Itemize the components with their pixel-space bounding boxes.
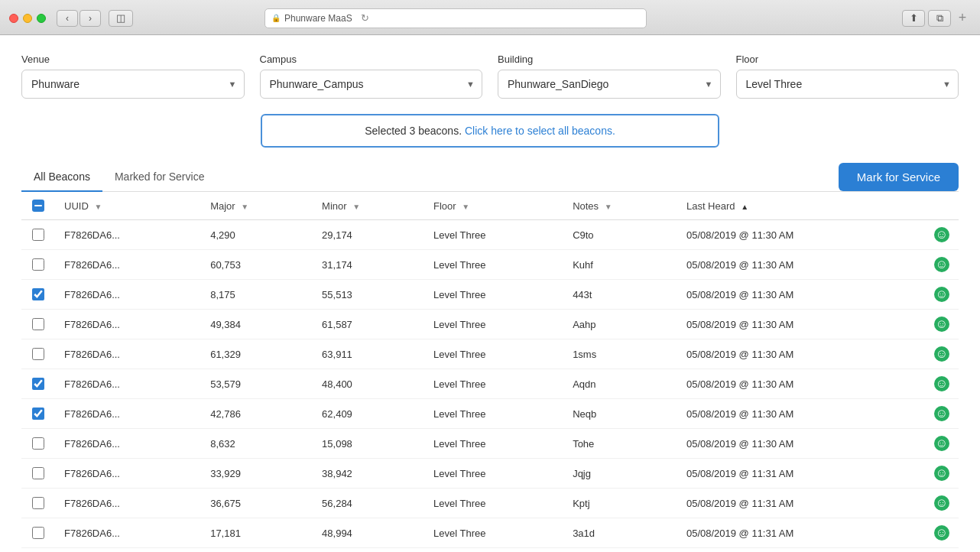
major-cell: 53,579 <box>201 369 313 399</box>
last-heard-cell: 05/08/2019 @ 11:30 AM <box>677 369 925 399</box>
table-row: F7826DA6...36,67556,284Level ThreeKptj05… <box>21 489 959 518</box>
tab-marked-for-service[interactable]: Marked for Service <box>102 164 216 192</box>
col-header-major[interactable]: Major ▼ <box>201 192 313 220</box>
browser-actions: ⬆ ⧉ + <box>902 10 971 27</box>
table-row: F7826DA6...42,78662,409Level ThreeNeqb05… <box>21 399 959 429</box>
notes-cell: Kuhf <box>563 250 677 280</box>
major-cell: 61,329 <box>201 339 313 369</box>
row-checkbox[interactable] <box>32 288 44 300</box>
status-icon: ☺ <box>934 257 949 272</box>
row-checkbox-cell[interactable] <box>21 339 55 369</box>
table-row: F7826DA6...17,18148,994Level Three3a1d05… <box>21 518 959 548</box>
share-button[interactable]: ⬆ <box>902 10 925 27</box>
notes-cell: 1sms <box>563 339 677 369</box>
floor-cell: Level Three <box>424 339 563 369</box>
row-checkbox-cell[interactable] <box>21 280 55 310</box>
table-row: F7826DA6...8,17555,513Level Three443t05/… <box>21 280 959 310</box>
row-checkbox[interactable] <box>32 378 44 390</box>
row-checkbox[interactable] <box>32 348 44 360</box>
minimize-button[interactable] <box>23 14 32 23</box>
row-checkbox[interactable] <box>32 408 44 420</box>
row-checkbox[interactable] <box>32 437 44 450</box>
status-cell: ☺ <box>925 459 959 489</box>
minor-cell: 48,400 <box>313 369 424 399</box>
last-heard-cell: 05/08/2019 @ 11:31 AM <box>677 489 925 518</box>
uuid-cell: F7826DA6... <box>55 459 201 489</box>
close-button[interactable] <box>9 14 18 23</box>
row-checkbox[interactable] <box>32 467 44 479</box>
status-cell: ☺ <box>925 250 959 280</box>
select-all-beacons-link[interactable]: Click here to select all beacons. <box>465 125 615 137</box>
notes-cell: 443t <box>563 280 677 310</box>
campus-select-wrapper: Phunware_Campus ▼ <box>260 70 483 99</box>
row-checkbox-cell[interactable] <box>21 399 55 429</box>
row-checkbox[interactable] <box>32 258 44 271</box>
col-header-uuid[interactable]: UUID ▼ <box>55 192 201 220</box>
campus-label: Campus <box>260 54 483 65</box>
tab-all-beacons[interactable]: All Beacons <box>21 164 102 192</box>
minor-cell: 55,513 <box>313 280 424 310</box>
forward-button[interactable]: › <box>80 10 101 27</box>
selection-banner: Selected 3 beacons. Click here to select… <box>261 114 719 148</box>
notes-cell: Aahp <box>563 310 677 339</box>
mark-for-service-button[interactable]: Mark for Service <box>839 163 959 191</box>
row-checkbox-cell[interactable] <box>21 518 55 548</box>
floor-select[interactable]: Level Three <box>736 70 959 99</box>
col-header-notes[interactable]: Notes ▼ <box>563 192 677 220</box>
row-checkbox-cell[interactable] <box>21 369 55 399</box>
notes-cell: Neqb <box>563 399 677 429</box>
minor-cell: 29,174 <box>313 220 424 250</box>
table-row: F7826DA6...33,92938,942Level ThreeJqjg05… <box>21 459 959 489</box>
page-url: Phunware MaaS <box>284 13 352 24</box>
col-header-minor[interactable]: Minor ▼ <box>313 192 424 220</box>
reload-button[interactable]: ↻ <box>356 10 375 27</box>
beacons-table: UUID ▼ Major ▼ Minor ▼ Floor ▼ <box>21 192 959 548</box>
table-row: F7826DA6...61,32963,911Level Three1sms05… <box>21 339 959 369</box>
add-tab-button[interactable]: + <box>954 10 971 27</box>
status-cell: ☺ <box>925 429 959 459</box>
row-checkbox[interactable] <box>32 527 44 539</box>
row-checkbox[interactable] <box>32 318 44 330</box>
floor-cell: Level Three <box>424 250 563 280</box>
minor-cell: 15,098 <box>313 429 424 459</box>
last-heard-cell: 05/08/2019 @ 11:30 AM <box>677 429 925 459</box>
row-checkbox-cell[interactable] <box>21 310 55 339</box>
row-checkbox-cell[interactable] <box>21 429 55 459</box>
status-icon: ☺ <box>934 287 949 302</box>
maximize-button[interactable] <box>37 14 46 23</box>
status-cell: ☺ <box>925 310 959 339</box>
status-cell: ☺ <box>925 489 959 518</box>
sidebar-toggle[interactable]: ◫ <box>109 10 133 27</box>
browser-chrome: ‹ › ◫ 🔒 Phunware MaaS ↻ ⬆ ⧉ + <box>0 0 980 35</box>
select-all-header[interactable] <box>21 192 55 220</box>
venue-select[interactable]: Phunware <box>21 70 245 99</box>
floor-cell: Level Three <box>424 310 563 339</box>
col-header-last-heard[interactable]: Last Heard ▲ <box>677 192 925 220</box>
row-checkbox-cell[interactable] <box>21 220 55 250</box>
uuid-cell: F7826DA6... <box>55 429 201 459</box>
table-row: F7826DA6...60,75331,174Level ThreeKuhf05… <box>21 250 959 280</box>
row-checkbox[interactable] <box>32 229 44 241</box>
indeterminate-checkbox[interactable] <box>32 200 44 212</box>
last-heard-cell: 05/08/2019 @ 11:30 AM <box>677 399 925 429</box>
floor-cell: Level Three <box>424 369 563 399</box>
floor-cell: Level Three <box>424 489 563 518</box>
status-cell: ☺ <box>925 399 959 429</box>
status-icon: ☺ <box>934 466 949 481</box>
row-checkbox[interactable] <box>32 497 44 509</box>
status-cell: ☺ <box>925 280 959 310</box>
back-button[interactable]: ‹ <box>57 10 78 27</box>
last-heard-cell: 05/08/2019 @ 11:30 AM <box>677 280 925 310</box>
building-label: Building <box>498 54 721 65</box>
tab-button[interactable]: ⧉ <box>928 10 951 27</box>
row-checkbox-cell[interactable] <box>21 489 55 518</box>
building-select[interactable]: Phunware_SanDiego <box>498 70 721 99</box>
campus-select[interactable]: Phunware_Campus <box>260 70 483 99</box>
notes-cell: Kptj <box>563 489 677 518</box>
status-cell: ☺ <box>925 339 959 369</box>
col-header-floor[interactable]: Floor ▼ <box>424 192 563 220</box>
row-checkbox-cell[interactable] <box>21 459 55 489</box>
row-checkbox-cell[interactable] <box>21 250 55 280</box>
notes-cell: Aqdn <box>563 369 677 399</box>
uuid-cell: F7826DA6... <box>55 369 201 399</box>
